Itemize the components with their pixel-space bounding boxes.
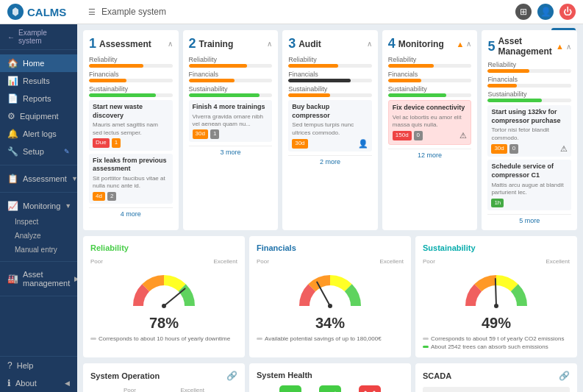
task-item[interactable]: Fix leaks from previous assessment Sit p… [89,154,173,204]
back-icon: ← [7,33,15,41]
progress-label: Reliability [487,61,571,68]
sidebar-item-help[interactable]: ? Help [0,357,77,374]
progress-financials: Financials [487,76,571,88]
note-dot [423,338,429,340]
task-badges: 150d0⚠ [393,130,468,140]
card-chevron-icon[interactable]: ∧ [168,40,173,48]
poor-label: Poor [257,258,269,265]
help-label: Help [17,361,34,370]
gauge-labels: Poor Excellent [257,258,404,265]
progress-bar [388,79,472,82]
logo-icon [7,4,24,20]
sidebar-item-results[interactable]: 📊 Results [0,72,77,90]
progress-financials: Financials [189,71,273,82]
card-header: 4 Monitoring ▲ ∧ [388,36,472,51]
gauge-percent: 34% [315,315,345,331]
progress-fill [189,93,260,97]
assessment-card-5: 5 Asset Management ▲ ∧ Reliability Finan… [482,30,577,230]
sidebar-item-setup[interactable]: 🔧 Setup ✎ [0,143,77,160]
results-icon: 📊 [7,76,18,86]
gauge-note: Corresponds to about 59 t of yearly CO2 … [423,335,570,342]
system-title: Example system [101,7,166,17]
progress-fill [189,64,248,68]
widget-link-icon[interactable]: 🔗 [559,371,570,381]
task-badge: 1h [491,199,504,207]
assessment-label: Assessment [23,174,67,183]
card-more[interactable]: 5 more [487,214,571,224]
task-badge: 1 [112,138,121,147]
card-chevron-icon[interactable]: ∧ [566,43,571,51]
gauge-title: Sustainability [423,243,570,252]
monitoring-chevron-icon: ▼ [65,202,71,210]
card-chevron-icon[interactable]: ∧ [466,40,471,48]
widget-link-icon[interactable]: 🔗 [226,371,237,381]
svg-point-2 [162,304,166,308]
gauge-title: Reliability [90,243,237,252]
sidebar-item-assessment[interactable]: 📋 Assessment ▼ [0,170,77,188]
health-icon-box [319,385,341,392]
progress-reliability: Reliability [189,56,273,68]
sidebar-item-reports[interactable]: 📄 Reports [0,90,77,107]
gauge-labels: Poor Excellent [90,258,237,265]
task-item[interactable]: Start new waste discovery Mauris amet sa… [89,100,173,151]
progress-bar [288,64,372,68]
progress-financials: Financials [288,71,372,82]
sidebar-item-alertlogs[interactable]: 🔔 Alert logs [0,125,77,143]
alert-icon: ▲ [456,40,464,49]
card-chevron-icon[interactable]: ∧ [267,40,272,48]
sidebar-item-inspect[interactable]: Inspect [0,215,77,229]
assessment-cards-row: 1 Assessment ∧ Reliability Financials [83,30,577,230]
equipment-icon: ⚙ [7,111,15,121]
card-name: Monitoring [398,39,444,49]
assessment-card-2: 2 Training ∧ Reliability Financials [183,30,279,230]
task-badge: 4d [93,192,105,201]
hamburger-icon[interactable]: ☰ [88,7,96,17]
gauge-card-0: Reliability Poor Excellent 78% Correspon… [83,236,245,357]
task-icon: ⚠ [459,130,467,140]
task-item[interactable]: Buy backup compressor Sed tempus turpis … [288,100,372,152]
card-header: 2 Training ∧ [189,36,273,51]
task-title: Start new waste discovery [93,103,169,120]
monitoring-label: Monitoring [23,202,60,210]
card-more[interactable]: 2 more [288,155,372,165]
progress-bar [89,64,173,68]
task-item[interactable]: Schedule service of compressor C1 Mattis… [487,160,571,210]
progress-label: Sustainability [189,85,273,93]
task-item[interactable]: Start using 132kv for compressor purchas… [487,105,571,157]
user-icon[interactable]: 👤 [537,4,554,20]
task-desc: Sit porttitor faucibus vitae at nulla nu… [93,175,169,190]
sidebar-item-home[interactable]: 🏠 Home [0,54,77,72]
widget-title-text: System Operation [90,371,160,380]
progress-fill [288,79,351,82]
setup-label: Setup [23,147,44,156]
assessment-card-1: 1 Assessment ∧ Reliability Financials [83,30,179,230]
card-more[interactable]: 12 more [388,149,472,159]
card-more[interactable]: 3 more [189,146,273,156]
sidebar-item-asset[interactable]: 🏭 Asset management ▶ [0,266,77,291]
sidebar-item-analyze[interactable]: Analyze [0,229,77,243]
card-chevron-icon[interactable]: ∧ [367,40,372,48]
sidebar-item-monitoring[interactable]: 📈 Monitoring ▼ [0,197,77,215]
progress-label: Reliability [89,56,173,63]
progress-label: Sustainability [89,85,173,93]
alertlogs-label: Alert logs [23,129,57,138]
power-icon[interactable]: ⏻ [559,4,576,20]
note-dot [257,338,262,340]
task-item[interactable]: Finish 4 more trainings Viverra gravida … [189,100,273,142]
sidebar-item-manualentry[interactable]: Manual entry [0,243,77,257]
progress-fill [487,99,542,102]
sidebar-back[interactable]: ← Example system [0,24,77,50]
grid-icon[interactable]: ⊞ [515,4,532,20]
assessment-card-3: 3 Audit ∧ Reliability Financials [282,30,378,230]
setup-edit-icon: ✎ [64,148,70,155]
progress-bar [89,93,173,97]
progress-bar [487,69,571,73]
task-item[interactable]: Fix device connectivity Vel ac lobortis … [388,100,472,145]
gauge-note: Available potential savings of up to 180… [257,335,404,342]
progress-fill [388,79,421,82]
sidebar-item-equipment[interactable]: ⚙ Equipment [0,107,77,125]
sidebar-main-nav: 🏠 Home 📊 Results 📄 Reports ⚙ Equipment 🔔… [0,50,77,165]
sidebar-assessment-section: 📋 Assessment ▼ [0,165,77,193]
card-more[interactable]: 4 more [89,207,173,218]
sidebar-item-about[interactable]: ℹ About ◀ [0,374,77,392]
